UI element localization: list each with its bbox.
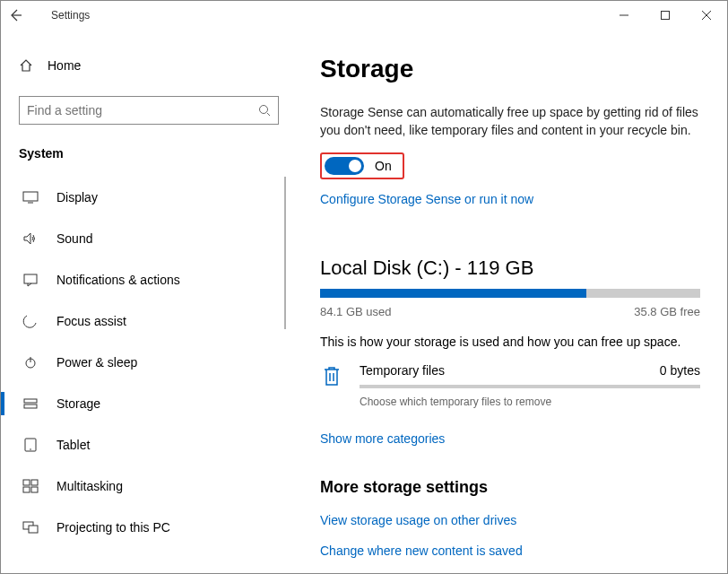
nav-label: Storage [56,396,100,411]
nav-display[interactable]: Display [19,177,279,218]
svg-rect-11 [23,487,30,492]
svg-rect-5 [24,399,37,403]
nav-label: Projecting to this PC [56,520,170,535]
display-icon [22,189,39,205]
view-other-drives-link[interactable]: View storage usage on other drives [320,513,700,527]
temp-files-sub: Choose which temporary files to remove [360,396,700,408]
maximize-button[interactable] [645,1,686,30]
page-title: Storage [320,55,700,83]
nav-sound[interactable]: Sound [19,218,279,259]
toggle-state-label: On [375,159,392,173]
svg-rect-3 [24,274,37,283]
nav-multitasking[interactable]: Multitasking [19,465,279,507]
nav-label: Tablet [56,438,90,452]
search-box[interactable] [19,96,279,125]
multitasking-icon [22,478,39,494]
home-icon [19,58,33,73]
svg-rect-6 [24,404,37,408]
svg-rect-10 [31,480,38,485]
svg-point-8 [30,448,31,450]
configure-storage-sense-link[interactable]: Configure Storage Sense or run it now [320,192,533,206]
nav-label: Power & sleep [56,355,137,370]
window-title: Settings [51,9,90,22]
svg-rect-14 [29,526,38,533]
storage-sense-toggle-highlight: On [320,152,404,179]
storage-icon [22,396,39,412]
nav-tablet[interactable]: Tablet [19,424,279,465]
temporary-files-row[interactable]: Temporary files 0 bytes Choose which tem… [320,363,700,408]
nav-scrollbar[interactable] [284,177,286,329]
more-settings-title: More storage settings [320,478,700,497]
nav-label: Display [56,190,98,204]
storage-sense-toggle[interactable] [325,157,364,175]
svg-rect-2 [23,192,38,201]
usage-description: This is how your storage is used and how… [320,335,700,349]
disk-used-segment [320,289,586,298]
section-label: System [19,146,279,161]
nav-label: Sound [56,231,92,246]
close-button[interactable] [686,1,727,30]
search-input[interactable] [27,103,258,117]
tablet-icon [22,437,39,453]
svg-point-1 [260,106,268,114]
nav-list: Display Sound Notifications & actions [19,177,279,548]
temp-files-size: 0 bytes [660,363,700,378]
power-icon [22,354,39,370]
change-save-location-link[interactable]: Change where new content is saved [320,544,700,558]
svg-rect-0 [662,12,670,20]
back-button[interactable] [8,8,44,22]
svg-rect-9 [23,480,30,485]
nav-focus-assist[interactable]: Focus assist [19,300,279,342]
nav-label: Multitasking [56,479,123,493]
nav-storage[interactable]: Storage [19,383,279,424]
minimize-button[interactable] [603,1,645,30]
temp-files-bar [360,385,700,388]
storage-sense-description: Storage Sense can automatically free up … [320,103,700,140]
home-label: Home [48,58,81,73]
show-more-categories-link[interactable]: Show more categories [320,431,445,446]
disk-title: Local Disk (C:) - 119 GB [320,257,700,280]
sound-icon [22,230,39,247]
nav-power-sleep[interactable]: Power & sleep [19,342,279,383]
nav-label: Focus assist [56,314,126,328]
temp-files-label: Temporary files [360,363,445,378]
projecting-icon [22,519,39,535]
search-icon [258,104,271,117]
svg-rect-12 [31,487,38,492]
notifications-icon [22,272,39,288]
disk-usage-bar [320,289,700,298]
focus-assist-icon [22,313,39,329]
disk-free-label: 35.8 GB free [634,305,700,318]
trash-icon [320,363,343,387]
nav-notifications[interactable]: Notifications & actions [19,259,279,300]
nav-label: Notifications & actions [56,273,180,287]
disk-used-label: 84.1 GB used [320,305,392,318]
home-nav[interactable]: Home [19,48,279,83]
toggle-knob [349,160,361,172]
nav-projecting[interactable]: Projecting to this PC [19,507,279,548]
